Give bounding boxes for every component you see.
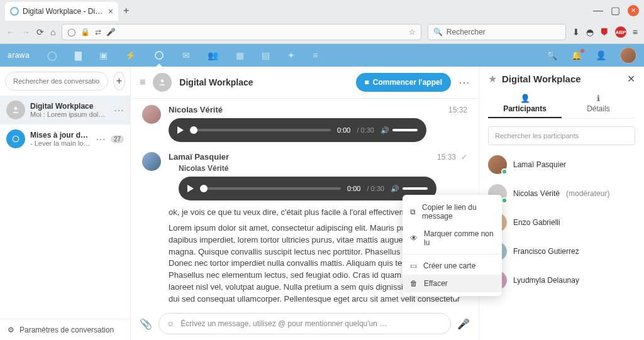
app-deck-icon[interactable]: ▤ <box>262 50 270 60</box>
room-more-icon[interactable]: ⋯ <box>458 75 470 89</box>
app-more-icon[interactable]: ≡ <box>313 50 318 60</box>
new-tab-button[interactable]: + <box>123 5 129 16</box>
app-dashboard-icon[interactable]: ◯ <box>47 50 57 60</box>
play-icon[interactable] <box>187 185 194 192</box>
ctx-delete[interactable]: 🗑 Effacer <box>402 275 502 292</box>
nav-back-icon[interactable]: ← <box>6 27 15 37</box>
address-bar[interactable]: ◯ 🔒 ⇄ 🎤 ☆ <box>62 24 421 40</box>
nav-forward-icon[interactable]: → <box>21 27 30 37</box>
message-context-menu: ⧉ Copier le lien du message 👁 Marquer co… <box>402 195 502 296</box>
app-talk-icon[interactable] <box>153 50 165 61</box>
extension-icon[interactable]: ◓ <box>586 27 594 37</box>
shield-icon: ◯ <box>67 28 75 36</box>
volume-slider[interactable] <box>402 187 428 190</box>
permissions-icon: ⇄ <box>95 28 101 36</box>
volume-slider[interactable] <box>392 129 418 131</box>
volume-icon[interactable]: 🔊 <box>380 126 389 134</box>
audio-player[interactable]: 0:00 / 0:30 🔊 <box>169 118 426 142</box>
app-files-icon[interactable]: ▇ <box>75 50 82 60</box>
audio-total-time: / 0:30 <box>367 185 384 192</box>
message-time: 15:33 <box>437 153 456 162</box>
app-favorites-icon[interactable]: ✦ <box>287 50 295 60</box>
room-title: Digital Workplace <box>179 77 253 87</box>
user-avatar[interactable] <box>620 47 636 63</box>
conversation-subtitle: Moi : Lorem ipsum dolor sit … <box>30 111 109 118</box>
conversation-item[interactable]: Digital Workplace Moi : Lorem ipsum dolo… <box>0 96 130 124</box>
close-panel-icon[interactable]: ✕ <box>627 73 635 85</box>
participant-avatar <box>488 155 507 174</box>
app-contacts-icon[interactable]: 👥 <box>208 50 218 60</box>
ctx-unread-label: Marquer comme non lu <box>424 229 494 247</box>
conversation-avatar <box>6 129 25 148</box>
browser-search-placeholder: Rechercher <box>447 28 486 36</box>
window-maximize-icon[interactable]: ▢ <box>611 4 620 16</box>
window-close-icon[interactable]: ✕ <box>628 5 639 16</box>
abp-icon[interactable]: ABP <box>615 26 626 38</box>
tab-participants-label: Participants <box>503 104 547 113</box>
ctx-card-label: Créer une carte <box>423 261 475 270</box>
ublock-icon[interactable]: ⛊ <box>600 27 609 37</box>
ctx-mark-unread[interactable]: 👁 Marquer comme non lu <box>402 225 502 251</box>
browser-tab[interactable]: Digital Workplace - Discu × <box>5 2 118 21</box>
app-calendar-icon[interactable]: ▦ <box>236 50 244 60</box>
conversation-settings-button[interactable]: ⚙ Paramètres de conversation <box>0 319 130 340</box>
participant-item[interactable]: Nicolas Vérité (modérateur) <box>488 179 635 208</box>
bookmark-star-icon[interactable]: ☆ <box>409 28 416 36</box>
room-avatar <box>153 73 172 92</box>
download-icon[interactable]: ⬇ <box>572 27 580 37</box>
message-avatar <box>142 105 161 124</box>
conversation-item[interactable]: Mises à jour de Talk ✅ - Lever la main l… <box>0 124 130 153</box>
participant-name: Nicolas Vérité <box>513 189 560 198</box>
audio-track[interactable] <box>190 129 331 131</box>
audio-track[interactable] <box>200 187 341 190</box>
app-activity-icon[interactable]: ⚡ <box>125 50 136 60</box>
tab-details-label: Détails <box>587 104 610 113</box>
browser-menu-icon[interactable]: ≡ <box>633 27 638 37</box>
new-conversation-button[interactable]: + <box>113 72 125 90</box>
message-placeholder: Écrivez un message, utilisez @ pour ment… <box>180 319 443 328</box>
conversation-search-input[interactable] <box>5 72 108 90</box>
lock-icon: 🔒 <box>80 28 90 36</box>
brand-logo[interactable]: arawa <box>8 51 30 60</box>
conversation-more-icon[interactable]: ⋯ <box>114 104 124 116</box>
participant-item[interactable]: Lamaï Pasquier <box>488 150 635 179</box>
window-minimize-icon[interactable]: — <box>593 5 603 16</box>
reply-author: Nicolas Vérité <box>179 164 467 173</box>
toggle-sidebar-icon[interactable]: ≡ <box>140 77 145 88</box>
participant-item[interactable]: Lyudmyla Delaunay <box>488 266 635 295</box>
contacts-menu-icon[interactable]: 👤 <box>596 50 606 60</box>
search-icon[interactable]: 🔍 <box>547 50 557 60</box>
volume-icon[interactable]: 🔊 <box>391 185 399 193</box>
conversation-more-icon[interactable]: ⋯ <box>96 133 106 145</box>
video-icon: ■ <box>365 78 369 87</box>
emoji-icon[interactable]: ☺ <box>167 319 174 328</box>
tab-details[interactable]: ℹ Détails <box>562 94 635 118</box>
menu-separator <box>402 254 502 255</box>
svg-point-3 <box>161 79 164 82</box>
app-gallery-icon[interactable]: ▣ <box>99 50 108 60</box>
participants-search-input[interactable]: Rechercher les participants <box>488 126 635 145</box>
close-tab-icon[interactable]: × <box>108 6 113 16</box>
nav-reload-icon[interactable]: ⟳ <box>36 27 44 37</box>
app-mail-icon[interactable]: ✉ <box>182 50 190 60</box>
external-link-icon: ⧉ <box>410 207 416 216</box>
message-author: Lamaï Pasquier <box>169 152 229 162</box>
nav-home-icon[interactable]: ⌂ <box>50 27 55 37</box>
voice-record-icon[interactable]: 🎤 <box>457 318 470 330</box>
audio-player[interactable]: 0:00 / 0:30 🔊 <box>179 177 436 200</box>
participant-item[interactable]: Francisco Gutierrez <box>488 237 635 266</box>
attach-icon[interactable]: 📎 <box>140 318 152 330</box>
tab-participants[interactable]: 👤 Participants <box>488 94 562 118</box>
star-icon[interactable]: ★ <box>488 73 497 85</box>
ctx-create-card[interactable]: ▭ Créer une carte <box>402 257 502 275</box>
participant-name: Lyudmyla Delaunay <box>513 276 579 285</box>
svg-point-0 <box>155 52 163 59</box>
participant-item[interactable]: Enzo Gabrielli <box>488 208 635 237</box>
browser-search-box[interactable]: 🔍 Rechercher <box>428 24 566 40</box>
notifications-icon[interactable]: 🔔 <box>571 50 582 60</box>
message-input[interactable]: ☺ Écrivez un message, utilisez @ pour me… <box>158 313 451 334</box>
message-author: Nicolas Vérité <box>169 105 223 114</box>
ctx-copy-link[interactable]: ⧉ Copier le lien du message <box>402 199 502 225</box>
play-icon[interactable] <box>177 126 184 134</box>
start-call-button[interactable]: ■ Commencer l'appel <box>356 73 451 92</box>
